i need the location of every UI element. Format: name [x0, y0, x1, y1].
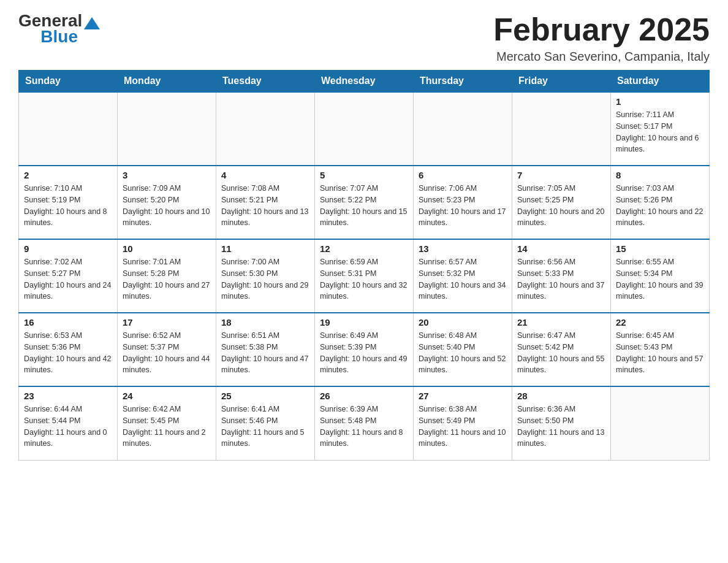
calendar-cell: 26Sunrise: 6:39 AM Sunset: 5:48 PM Dayli…	[315, 386, 414, 460]
day-number: 26	[320, 391, 408, 401]
day-number: 23	[24, 391, 112, 401]
day-number: 8	[616, 170, 704, 180]
day-number: 6	[419, 170, 507, 180]
calendar-header-sunday: Sunday	[19, 71, 118, 93]
calendar-table: SundayMondayTuesdayWednesdayThursdayFrid…	[18, 70, 710, 461]
day-info: Sunrise: 7:05 AM Sunset: 5:25 PM Dayligh…	[517, 183, 605, 229]
calendar-cell	[216, 92, 315, 166]
location-subtitle: Mercato San Severino, Campania, Italy	[493, 50, 710, 64]
day-info: Sunrise: 7:07 AM Sunset: 5:22 PM Dayligh…	[320, 183, 408, 229]
day-number: 10	[123, 243, 211, 254]
day-number: 9	[24, 243, 112, 254]
day-info: Sunrise: 7:01 AM Sunset: 5:28 PM Dayligh…	[123, 256, 211, 302]
day-info: Sunrise: 6:55 AM Sunset: 5:34 PM Dayligh…	[616, 256, 704, 302]
calendar-cell: 1Sunrise: 7:11 AM Sunset: 5:17 PM Daylig…	[611, 92, 710, 166]
day-number: 3	[123, 170, 211, 180]
day-number: 17	[123, 317, 211, 327]
day-info: Sunrise: 6:57 AM Sunset: 5:32 PM Dayligh…	[419, 256, 507, 302]
day-number: 25	[221, 391, 309, 401]
calendar-cell	[19, 92, 118, 166]
day-number: 2	[24, 170, 112, 180]
day-info: Sunrise: 6:52 AM Sunset: 5:37 PM Dayligh…	[123, 330, 211, 376]
calendar-cell: 5Sunrise: 7:07 AM Sunset: 5:22 PM Daylig…	[315, 166, 414, 239]
day-info: Sunrise: 6:53 AM Sunset: 5:36 PM Dayligh…	[24, 330, 112, 376]
day-info: Sunrise: 6:45 AM Sunset: 5:43 PM Dayligh…	[616, 330, 704, 376]
calendar-cell: 4Sunrise: 7:08 AM Sunset: 5:21 PM Daylig…	[216, 166, 315, 239]
day-info: Sunrise: 6:38 AM Sunset: 5:49 PM Dayligh…	[419, 404, 507, 450]
day-number: 19	[320, 317, 408, 327]
calendar-cell: 14Sunrise: 6:56 AM Sunset: 5:33 PM Dayli…	[512, 239, 611, 313]
calendar-cell: 8Sunrise: 7:03 AM Sunset: 5:26 PM Daylig…	[611, 166, 710, 239]
day-info: Sunrise: 7:06 AM Sunset: 5:23 PM Dayligh…	[419, 183, 507, 229]
calendar-cell	[611, 386, 710, 460]
calendar-week-4: 16Sunrise: 6:53 AM Sunset: 5:36 PM Dayli…	[19, 313, 710, 386]
day-number: 5	[320, 170, 408, 180]
calendar-cell: 6Sunrise: 7:06 AM Sunset: 5:23 PM Daylig…	[414, 166, 512, 239]
calendar-cell: 25Sunrise: 6:41 AM Sunset: 5:46 PM Dayli…	[216, 386, 315, 460]
day-number: 21	[517, 317, 605, 327]
day-info: Sunrise: 6:51 AM Sunset: 5:38 PM Dayligh…	[221, 330, 309, 376]
month-title: February 2025	[493, 12, 710, 47]
calendar-cell	[315, 92, 414, 166]
calendar-cell: 19Sunrise: 6:49 AM Sunset: 5:39 PM Dayli…	[315, 313, 414, 386]
calendar-cell: 16Sunrise: 6:53 AM Sunset: 5:36 PM Dayli…	[19, 313, 118, 386]
calendar-header-wednesday: Wednesday	[315, 71, 414, 93]
calendar-cell: 12Sunrise: 6:59 AM Sunset: 5:31 PM Dayli…	[315, 239, 414, 313]
day-info: Sunrise: 6:41 AM Sunset: 5:46 PM Dayligh…	[221, 404, 309, 450]
day-number: 1	[616, 96, 704, 107]
calendar-week-3: 9Sunrise: 7:02 AM Sunset: 5:27 PM Daylig…	[19, 239, 710, 313]
day-info: Sunrise: 7:03 AM Sunset: 5:26 PM Dayligh…	[616, 183, 704, 229]
page-header: General Blue February 2025 Mercato San S…	[18, 12, 710, 64]
day-number: 16	[24, 317, 112, 327]
calendar-header-saturday: Saturday	[611, 71, 710, 93]
calendar-cell: 9Sunrise: 7:02 AM Sunset: 5:27 PM Daylig…	[19, 239, 118, 313]
day-number: 13	[419, 243, 507, 254]
day-info: Sunrise: 6:47 AM Sunset: 5:42 PM Dayligh…	[517, 330, 605, 376]
calendar-week-5: 23Sunrise: 6:44 AM Sunset: 5:44 PM Dayli…	[19, 386, 710, 460]
calendar-cell: 22Sunrise: 6:45 AM Sunset: 5:43 PM Dayli…	[611, 313, 710, 386]
day-info: Sunrise: 6:48 AM Sunset: 5:40 PM Dayligh…	[419, 330, 507, 376]
calendar-cell: 17Sunrise: 6:52 AM Sunset: 5:37 PM Dayli…	[118, 313, 216, 386]
day-info: Sunrise: 6:42 AM Sunset: 5:45 PM Dayligh…	[123, 404, 211, 450]
day-info: Sunrise: 6:49 AM Sunset: 5:39 PM Dayligh…	[320, 330, 408, 376]
calendar-week-1: 1Sunrise: 7:11 AM Sunset: 5:17 PM Daylig…	[19, 92, 710, 166]
calendar-cell: 28Sunrise: 6:36 AM Sunset: 5:50 PM Dayli…	[512, 386, 611, 460]
calendar-header-friday: Friday	[512, 71, 611, 93]
day-number: 18	[221, 317, 309, 327]
day-info: Sunrise: 7:08 AM Sunset: 5:21 PM Dayligh…	[221, 183, 309, 229]
day-number: 20	[419, 317, 507, 327]
day-info: Sunrise: 7:02 AM Sunset: 5:27 PM Dayligh…	[24, 256, 112, 302]
day-number: 7	[517, 170, 605, 180]
calendar-cell: 23Sunrise: 6:44 AM Sunset: 5:44 PM Dayli…	[19, 386, 118, 460]
calendar-cell: 20Sunrise: 6:48 AM Sunset: 5:40 PM Dayli…	[414, 313, 512, 386]
day-number: 28	[517, 391, 605, 401]
calendar-cell: 18Sunrise: 6:51 AM Sunset: 5:38 PM Dayli…	[216, 313, 315, 386]
day-info: Sunrise: 7:00 AM Sunset: 5:30 PM Dayligh…	[221, 256, 309, 302]
day-info: Sunrise: 7:09 AM Sunset: 5:20 PM Dayligh…	[123, 183, 211, 229]
day-number: 27	[419, 391, 507, 401]
calendar-cell: 15Sunrise: 6:55 AM Sunset: 5:34 PM Dayli…	[611, 239, 710, 313]
calendar-cell: 24Sunrise: 6:42 AM Sunset: 5:45 PM Dayli…	[118, 386, 216, 460]
calendar-header-row: SundayMondayTuesdayWednesdayThursdayFrid…	[19, 71, 710, 93]
logo: General Blue	[18, 12, 100, 45]
day-info: Sunrise: 6:39 AM Sunset: 5:48 PM Dayligh…	[320, 404, 408, 450]
calendar-cell	[118, 92, 216, 166]
day-number: 4	[221, 170, 309, 180]
calendar-cell: 10Sunrise: 7:01 AM Sunset: 5:28 PM Dayli…	[118, 239, 216, 313]
calendar-header-thursday: Thursday	[414, 71, 512, 93]
logo-blue-text: Blue	[18, 28, 100, 45]
calendar-cell: 3Sunrise: 7:09 AM Sunset: 5:20 PM Daylig…	[118, 166, 216, 239]
day-number: 14	[517, 243, 605, 254]
calendar-header-monday: Monday	[118, 71, 216, 93]
day-number: 24	[123, 391, 211, 401]
calendar-cell: 11Sunrise: 7:00 AM Sunset: 5:30 PM Dayli…	[216, 239, 315, 313]
title-block: February 2025 Mercato San Severino, Camp…	[493, 12, 710, 64]
day-number: 12	[320, 243, 408, 254]
calendar-cell	[414, 92, 512, 166]
calendar-cell	[512, 92, 611, 166]
calendar-cell: 27Sunrise: 6:38 AM Sunset: 5:49 PM Dayli…	[414, 386, 512, 460]
day-info: Sunrise: 7:11 AM Sunset: 5:17 PM Dayligh…	[616, 109, 704, 155]
calendar-cell: 7Sunrise: 7:05 AM Sunset: 5:25 PM Daylig…	[512, 166, 611, 239]
calendar-cell: 13Sunrise: 6:57 AM Sunset: 5:32 PM Dayli…	[414, 239, 512, 313]
day-info: Sunrise: 6:44 AM Sunset: 5:44 PM Dayligh…	[24, 404, 112, 450]
